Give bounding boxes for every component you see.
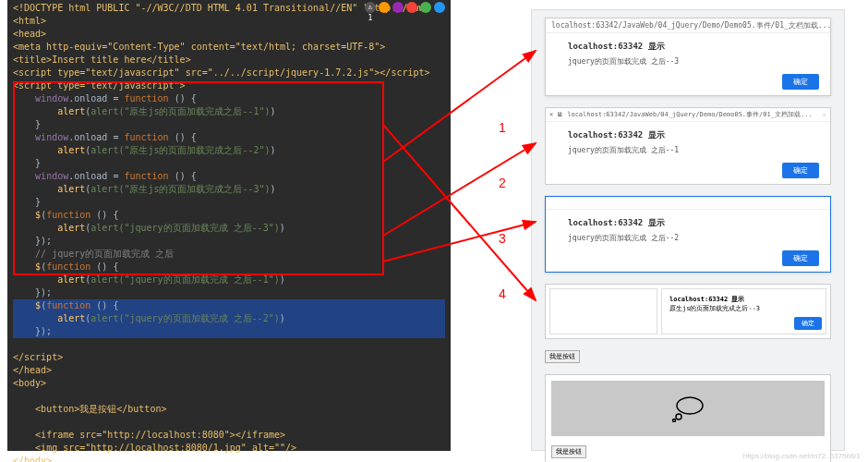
page-button[interactable]: 我是按钮 bbox=[551, 445, 586, 458]
dialog-url bbox=[546, 197, 830, 210]
dialog-host: localhost:63342 显示 bbox=[669, 295, 818, 304]
dialog-message: jquery的页面加载完成 之后--3 bbox=[568, 56, 819, 67]
ok-button[interactable]: 确定 bbox=[794, 317, 822, 330]
alert-dialog-3: localhost:63342 显示 jquery的页面加载完成 之后--2 确… bbox=[545, 196, 831, 273]
code-line bbox=[13, 390, 445, 403]
code-line: alert(alert("原生js的页面加载完成之后--3")) bbox=[13, 183, 445, 196]
code-line: } bbox=[13, 196, 445, 209]
output-panel: localhost:63342/JavaWeb/04_jQuery/Demo/D… bbox=[531, 9, 845, 451]
code-line: $(function () { bbox=[13, 209, 445, 222]
code-line: } bbox=[13, 118, 445, 131]
code-line-highlighted: $(function () { bbox=[13, 299, 445, 312]
code-line: </head> bbox=[13, 364, 445, 377]
warning-badge: ⚠ 1 bbox=[365, 2, 376, 13]
code-line: window.onload = function () { bbox=[13, 92, 445, 105]
step-label-4: 4 bbox=[499, 286, 506, 301]
page-button[interactable]: 我是按钮 bbox=[545, 350, 580, 363]
star-icon[interactable]: ☆ bbox=[823, 111, 826, 118]
alert-dialog-1: localhost:63342/JavaWeb/04_jQuery/Demo/D… bbox=[545, 18, 831, 96]
close-icon[interactable]: ✕ bbox=[549, 111, 553, 118]
ok-button[interactable]: 确定 bbox=[782, 250, 819, 266]
thought-bubble-icon bbox=[669, 395, 706, 422]
dialog-url: localhost:63342/JavaWeb/04_jQuery/Demo/D… bbox=[546, 18, 830, 33]
code-line: <html> bbox=[13, 15, 445, 28]
code-line: $(function () { bbox=[13, 261, 445, 274]
svg-point-9 bbox=[676, 414, 681, 419]
code-line: window.onload = function () { bbox=[13, 131, 445, 144]
dialog-host: localhost:63342 显示 bbox=[568, 41, 819, 53]
alert-dialog-2: ✕ 🗎 localhost:63342/JavaWeb/04_jQuery/De… bbox=[545, 107, 831, 185]
svg-point-10 bbox=[673, 419, 676, 422]
blue-icon bbox=[434, 2, 445, 13]
rendered-page: 我是按钮 bbox=[545, 374, 831, 462]
watermark: https://blog.csdn.net/m72..637566/1 bbox=[743, 452, 861, 460]
code-line-highlighted: }); bbox=[13, 325, 445, 338]
code-line bbox=[13, 416, 445, 429]
code-line: // jquery的页面加载完成 之后 bbox=[13, 248, 445, 261]
alert-dialog-4: localhost:63342 显示 原生js的页面加载完成之后--3 确定 bbox=[545, 284, 831, 339]
browser-bar: ✕ 🗎 localhost:63342/JavaWeb/04_jQuery/De… bbox=[546, 108, 830, 122]
code-editor[interactable]: ⚠ 1 <!DOCTYPE html PUBLIC "-//W3C//DTD H… bbox=[7, 0, 451, 451]
red-icon bbox=[406, 2, 417, 13]
code-line: <head> bbox=[13, 28, 445, 41]
code-line: </body> bbox=[13, 455, 445, 462]
code-line bbox=[13, 338, 445, 351]
editor-toolbar: ⚠ 1 bbox=[365, 2, 445, 13]
code-line: <meta http-equiv="Content-Type" content=… bbox=[13, 41, 445, 54]
code-line: <script type="text/javascript" src="../.… bbox=[13, 67, 445, 79]
dialog-message: jquery的页面加载完成 之后--2 bbox=[568, 233, 819, 243]
code-line: alert(alert("jquery的页面加载完成 之后--3")) bbox=[13, 222, 445, 235]
dialog-host: localhost:63342 显示 bbox=[568, 129, 819, 141]
dialog-host: localhost:63342 显示 bbox=[568, 217, 819, 229]
code-line: window.onload = function () { bbox=[13, 170, 445, 183]
dialog-message: 原生js的页面加载完成之后--3 bbox=[669, 304, 818, 313]
code-line: <title>Insert title here</title> bbox=[13, 54, 445, 67]
code-line: </script> bbox=[13, 351, 445, 364]
code-line: alert(alert("原生js的页面加载完成之后--2")) bbox=[13, 144, 445, 157]
url-text: localhost:63342/JavaWeb/04_jQuery/Demo/D… bbox=[567, 110, 819, 119]
code-line: alert(alert("原生js的页面加载完成之后--1")) bbox=[13, 105, 445, 118]
svg-point-8 bbox=[677, 397, 703, 414]
green-icon bbox=[420, 2, 431, 13]
step-label-3: 3 bbox=[499, 231, 506, 246]
circle-icon bbox=[392, 2, 404, 13]
step-label-2: 2 bbox=[499, 176, 506, 190]
page-image bbox=[551, 381, 825, 436]
code-line: <body> bbox=[13, 377, 445, 390]
code-line: <button>我是按钮</button> bbox=[13, 403, 445, 416]
code-line: <script type="text/javascript"> bbox=[13, 79, 445, 92]
code-line: }); bbox=[13, 286, 445, 299]
code-line: <iframe src="http://localhost:8080"></if… bbox=[13, 429, 445, 442]
code-line-highlighted: alert(alert("jquery的页面加载完成 之后--2")) bbox=[13, 312, 445, 325]
ok-button[interactable]: 确定 bbox=[782, 163, 819, 178]
pie-icon bbox=[379, 2, 390, 13]
code-line: alert(alert("jquery的页面加载完成 之后--1")) bbox=[13, 274, 445, 286]
dialog-message: jquery的页面加载完成 之后--1 bbox=[568, 145, 819, 155]
code-line: <img src="http://localhost:8080/1.jpg" a… bbox=[13, 442, 445, 455]
tab-icon: 🗎 bbox=[557, 111, 563, 118]
code-line: } bbox=[13, 157, 445, 170]
code-line: }); bbox=[13, 235, 445, 248]
step-label-1: 1 bbox=[499, 120, 506, 135]
ok-button[interactable]: 确定 bbox=[782, 74, 819, 90]
